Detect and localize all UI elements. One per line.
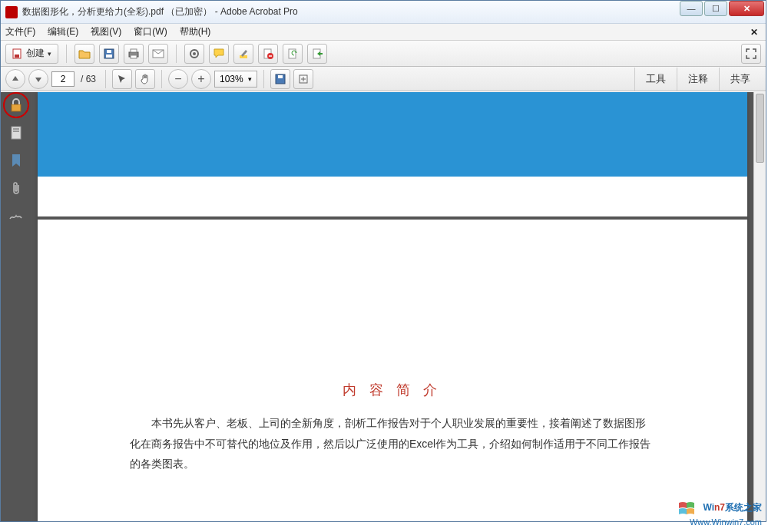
menubar: 文件(F) 编辑(E) 视图(V) 窗口(W) 帮助(H) ✕ [1, 24, 766, 41]
comment-button[interactable] [209, 44, 229, 64]
pdf-page: 内 容 简 介 本书先从客户、老板、上司的全新角度，剖析工作报告对于个人职业发展… [38, 92, 747, 521]
fit-page-icon [298, 74, 309, 84]
close-document-button[interactable]: ✕ [750, 27, 758, 38]
page-export-icon [312, 48, 323, 59]
bookmark-icon [11, 154, 22, 167]
svg-rect-1 [15, 55, 19, 58]
settings-button[interactable] [184, 44, 204, 64]
svg-rect-5 [129, 52, 138, 57]
fit-page-button[interactable] [293, 69, 313, 89]
svg-rect-12 [264, 49, 271, 58]
comment-panel-tab[interactable]: 注释 [677, 68, 719, 91]
svg-rect-0 [13, 49, 21, 58]
fullscreen-button[interactable] [741, 44, 761, 64]
scrollbar-thumb[interactable] [756, 94, 764, 163]
window-controls: — ☐ ✕ [680, 1, 764, 18]
close-button[interactable]: ✕ [729, 1, 764, 16]
navigation-sidebar [1, 92, 31, 521]
highlight-annotation [3, 92, 29, 118]
page-header-band [38, 92, 747, 177]
prev-page-button[interactable] [5, 69, 25, 89]
printer-icon [127, 48, 140, 59]
floppy-icon [275, 74, 286, 84]
hand-tool-button[interactable] [135, 69, 155, 89]
svg-point-13 [267, 53, 273, 59]
windows-flag-icon [677, 500, 697, 517]
svg-rect-18 [300, 75, 307, 83]
svg-rect-16 [276, 74, 285, 84]
navigation-toolbar: / 63 − + 103% ▾ 工具 注释 共享 [1, 67, 766, 91]
menu-view[interactable]: 视图(V) [91, 25, 121, 38]
svg-rect-7 [131, 55, 137, 58]
thumbnails-panel-button[interactable] [8, 124, 25, 141]
svg-point-9 [190, 50, 198, 58]
print-button[interactable] [124, 44, 144, 64]
svg-point-10 [193, 52, 196, 55]
menu-edit[interactable]: 编辑(E) [48, 25, 78, 38]
email-button[interactable] [148, 44, 168, 64]
svg-rect-11 [240, 55, 247, 58]
zoom-out-button[interactable]: − [168, 69, 188, 89]
zoom-value: 103% [220, 74, 243, 84]
svg-rect-3 [107, 50, 111, 53]
signature-icon [9, 210, 23, 221]
next-page-button[interactable] [28, 69, 48, 89]
signatures-panel-button[interactable] [8, 207, 25, 224]
envelope-icon [152, 49, 164, 58]
svg-rect-8 [153, 50, 164, 58]
app-icon [5, 6, 18, 18]
zoom-level-select[interactable]: 103% ▾ [214, 71, 257, 88]
hand-icon [140, 74, 151, 84]
content-area: 内 容 简 介 本书先从客户、老板、上司的全新角度，剖析工作报告对于个人职业发展… [1, 92, 766, 521]
titlebar: 数据图形化，分析更给力(全彩).pdf （已加密） - Adobe Acroba… [1, 1, 766, 24]
select-tool-button[interactable] [112, 69, 132, 89]
minus-icon: − [174, 72, 181, 86]
svg-rect-17 [278, 75, 283, 78]
tools-panel-tab[interactable]: 工具 [634, 68, 677, 91]
zoom-in-button[interactable]: + [191, 69, 211, 89]
menu-window[interactable]: 窗口(W) [134, 25, 167, 38]
separator [263, 70, 264, 88]
save-button-2[interactable] [270, 69, 290, 89]
highlighter-icon [238, 48, 249, 59]
security-panel-button[interactable] [8, 97, 25, 114]
right-panel-tabs: 工具 注释 共享 [634, 68, 761, 91]
svg-rect-22 [13, 131, 19, 132]
create-pdf-icon [12, 48, 23, 59]
menu-file[interactable]: 文件(F) [5, 25, 35, 38]
svg-rect-15 [313, 49, 320, 58]
paperclip-icon [11, 181, 22, 195]
create-button[interactable]: 创建 ▾ [5, 44, 58, 64]
page-number-input[interactable] [51, 71, 74, 87]
page-body: 内 容 简 介 本书先从客户、老板、上司的全新角度，剖析工作报告对于个人职业发展… [38, 220, 747, 505]
speech-bubble-icon [214, 48, 224, 58]
bookmarks-panel-button[interactable] [8, 152, 25, 169]
rotate-page-button[interactable] [283, 44, 303, 64]
delete-page-button[interactable] [258, 44, 278, 64]
svg-rect-6 [131, 49, 137, 52]
svg-rect-2 [104, 49, 114, 58]
attachments-panel-button[interactable] [8, 180, 25, 197]
maximize-button[interactable]: ☐ [704, 1, 727, 16]
watermark: Win7系统之家 Www.Winwin7.com [677, 500, 762, 527]
share-panel-tab[interactable]: 共享 [719, 68, 761, 91]
separator [161, 70, 162, 88]
menu-help[interactable]: 帮助(H) [180, 25, 211, 38]
document-viewport[interactable]: 内 容 简 介 本书先从客户、老板、上司的全新角度，剖析工作报告对于个人职业发展… [31, 92, 753, 521]
intro-text: 本书先从客户、老板、上司的全新角度，剖析工作报告对于个人职业发展的重要性，接着阐… [130, 413, 655, 474]
export-button[interactable] [307, 44, 327, 64]
svg-rect-14 [289, 49, 296, 58]
page-delete-icon [263, 48, 273, 59]
minimize-button[interactable]: — [680, 1, 703, 16]
page-thumbnails-icon [10, 126, 22, 140]
save-button[interactable] [99, 44, 119, 64]
plus-icon: + [197, 72, 204, 86]
open-button[interactable] [74, 44, 94, 64]
highlight-button[interactable] [233, 44, 253, 64]
arrow-up-icon [11, 74, 20, 84]
main-toolbar: 创建 ▾ [1, 41, 766, 67]
app-window: 数据图形化，分析更给力(全彩).pdf （已加密） - Adobe Acroba… [0, 0, 766, 522]
vertical-scrollbar[interactable] [753, 92, 766, 521]
watermark-url: Www.Winwin7.com [690, 517, 762, 527]
fullscreen-icon [746, 48, 756, 59]
